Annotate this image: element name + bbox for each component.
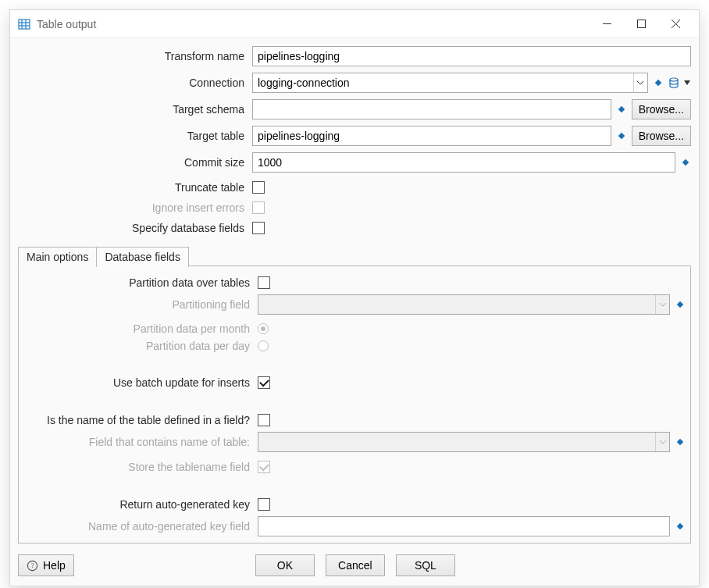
ignore-insert-checkbox — [252, 201, 265, 214]
return-autokey-label: Return auto-generated key — [23, 498, 258, 511]
database-icon[interactable] — [668, 77, 679, 88]
autokey-field-label: Name of auto-generated key field — [23, 520, 258, 533]
transform-name-input[interactable] — [252, 46, 691, 66]
variable-icon[interactable] — [675, 299, 686, 310]
ignore-insert-label: Ignore insert errors — [18, 201, 252, 214]
tabs: Main options Database fields — [18, 246, 691, 266]
partition-day-radio — [258, 340, 269, 351]
field-tablename-combo — [258, 432, 670, 452]
transform-name-label: Transform name — [18, 50, 252, 62]
cancel-button[interactable]: Cancel — [326, 554, 385, 576]
variable-icon[interactable] — [680, 157, 691, 168]
svg-rect-9 — [655, 80, 661, 86]
partition-month-radio — [258, 323, 269, 334]
connection-value[interactable] — [253, 73, 633, 92]
variable-icon[interactable] — [616, 130, 627, 141]
content: Transform name Connection — [10, 38, 699, 548]
tablename-in-field-checkbox[interactable] — [258, 414, 270, 426]
window-title: Table output — [37, 18, 590, 30]
field-tablename-value — [258, 433, 655, 451]
specify-fields-label: Specify database fields — [18, 222, 252, 234]
field-tablename-label: Field that contains name of table: — [23, 436, 258, 448]
use-batch-checkbox[interactable] — [258, 376, 270, 389]
target-table-browse-button[interactable]: Browse... — [632, 126, 691, 146]
connection-label: Connection — [18, 77, 252, 89]
commit-size-label: Commit size — [18, 156, 252, 169]
return-autokey-checkbox[interactable] — [258, 498, 270, 511]
menu-dropdown-icon[interactable] — [684, 80, 691, 86]
sql-button[interactable]: SQL — [396, 554, 455, 576]
svg-marker-11 — [684, 80, 690, 85]
partitioning-field-label: Partitioning field — [23, 298, 258, 311]
window-minimize-button[interactable] — [590, 13, 624, 35]
commit-size-input[interactable] — [252, 152, 675, 173]
svg-rect-6 — [637, 20, 645, 28]
variable-icon[interactable] — [675, 521, 686, 532]
partition-day-label: Partition data per day — [23, 340, 258, 352]
variable-icon[interactable] — [675, 437, 686, 447]
table-output-icon — [18, 18, 30, 30]
partitioning-field-combo — [258, 294, 670, 315]
svg-point-10 — [670, 78, 678, 81]
help-button[interactable]: ? Help — [18, 554, 74, 576]
target-schema-label: Target schema — [18, 103, 252, 116]
connection-combo[interactable] — [252, 73, 648, 93]
window-close-button[interactable] — [658, 13, 693, 35]
partition-month-label: Partition data per month — [23, 323, 258, 335]
variable-icon[interactable] — [653, 77, 664, 88]
svg-rect-15 — [677, 301, 683, 308]
target-schema-input[interactable] — [252, 99, 611, 119]
use-batch-label: Use batch update for inserts — [23, 376, 258, 389]
svg-rect-14 — [682, 159, 689, 166]
specify-fields-checkbox[interactable] — [252, 222, 265, 234]
tab-database-fields[interactable]: Database fields — [96, 247, 189, 267]
help-icon: ? — [27, 560, 38, 572]
window-maximize-button[interactable] — [624, 13, 658, 35]
truncate-checkbox[interactable] — [252, 181, 265, 194]
svg-text:?: ? — [31, 561, 34, 569]
target-table-label: Target table — [18, 130, 252, 142]
chevron-down-icon — [655, 433, 669, 451]
chevron-down-icon — [655, 295, 669, 314]
store-tablename-label: Store the tablename field — [23, 461, 258, 473]
target-schema-browse-button[interactable]: Browse... — [632, 99, 691, 119]
svg-rect-17 — [677, 523, 683, 529]
dialog-footer: ? Help OK Cancel SQL — [10, 548, 699, 586]
tab-panel-main-options: Partition data over tables Partitioning … — [18, 266, 691, 543]
partitioning-field-value — [258, 295, 655, 314]
help-button-label: Help — [43, 559, 66, 572]
tab-main-options[interactable]: Main options — [18, 247, 97, 267]
truncate-label: Truncate table — [18, 181, 252, 194]
svg-rect-0 — [19, 20, 30, 29]
titlebar: Table output — [10, 10, 699, 38]
svg-rect-12 — [618, 106, 624, 112]
svg-rect-16 — [677, 439, 683, 445]
partition-over-tables-label: Partition data over tables — [23, 276, 258, 289]
svg-rect-13 — [618, 133, 624, 139]
ok-button[interactable]: OK — [255, 554, 315, 576]
variable-icon[interactable] — [616, 104, 627, 115]
target-table-input[interactable] — [252, 126, 611, 146]
chevron-down-icon[interactable] — [633, 73, 647, 92]
store-tablename-checkbox — [258, 461, 270, 473]
tablename-in-field-label: Is the name of the table defined in a fi… — [23, 414, 258, 426]
partition-over-tables-checkbox[interactable] — [258, 276, 270, 289]
autokey-field-input[interactable] — [258, 516, 670, 536]
dialog-table-output: Table output Transform name Connection — [9, 9, 700, 586]
